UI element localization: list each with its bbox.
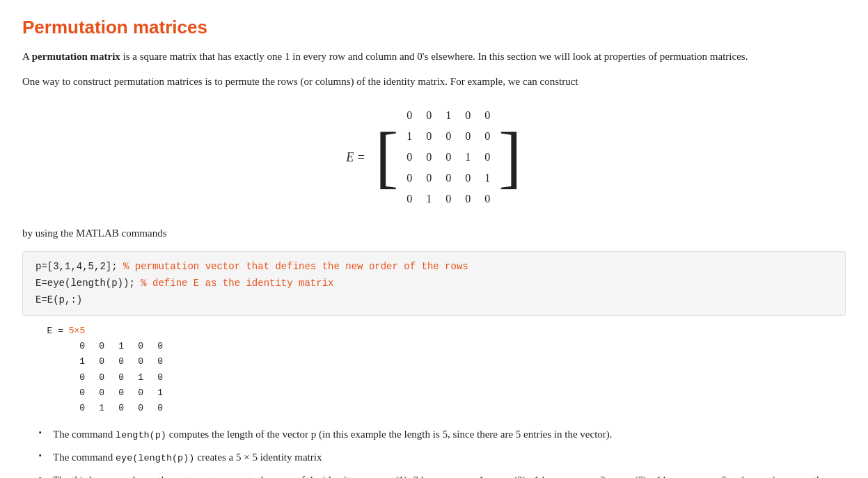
code-line: E=E(p,:) [35,292,833,309]
bracket-left: [ [375,102,398,212]
intro1-post: is a square matrix that has exactly one … [120,51,748,62]
code-line: p=[3,1,4,5,2]; % permutation vector that… [35,259,833,276]
output-matrix-cell: 0 [156,339,163,354]
code-comment: % define E as the identity matrix [135,278,334,289]
intro-paragraph-2: One way to construct permutation matrice… [22,73,846,90]
matrix-cell: 0 [419,172,439,184]
matrix-cell: 0 [478,193,497,205]
output-matrix-cell: 0 [136,354,143,369]
code-text: E=eye(length(p)); [35,278,135,289]
output-matrix-cell: 0 [117,370,124,385]
code-comment: % permutation vector that defines the ne… [118,261,468,272]
matrix-cell: 0 [458,193,478,205]
output-matrix-cell: 0 [97,370,104,385]
bullet-item-2: The command eye(length(p)) creates a 5 ×… [42,449,846,466]
output-matrix-cell: 0 [136,339,143,354]
matrix-display: E = [ 0010010000000100000101000 ] [22,102,846,212]
matlab-output: E = 5×5 0010010000000100000101000 [22,326,846,415]
matrix-cell: 0 [419,109,439,122]
matrix-cell: 0 [458,130,478,143]
matrix-equation: E = [ 0010010000000100000101000 ] [346,102,521,212]
output-matrix-cell: 1 [78,354,85,369]
output-matrix-cell: 0 [136,401,143,416]
matrix-cell: 1 [439,109,458,122]
output-matrix-cell: 0 [78,385,85,401]
code-text: p=[3,1,4,5,2]; [35,261,118,272]
bullet-item-3: The third command uses the vector p to p… [42,472,846,478]
output-matrix-cell: 0 [156,354,163,369]
matrix-cell: 0 [419,130,439,143]
code-line: E=eye(length(p)); % define E as the iden… [35,276,833,292]
matrix-cell: 0 [439,151,458,164]
output-matrix-row: 00100 [36,339,846,354]
output-matrix-cell: 0 [117,354,124,369]
output-header: E = 5×5 [36,326,846,336]
output-matrix-cell: 0 [136,385,143,401]
intro-paragraph-1: A permutation matrix is a square matrix … [22,48,846,65]
output-var: E = [36,326,69,336]
intro1-pre: A [22,51,32,62]
output-matrix-cell: 0 [156,370,163,385]
matrix-cell: 0 [458,109,478,122]
matrix-cell: 0 [400,172,419,184]
output-matrix-cell: 1 [117,339,124,354]
output-matrix-cell: 0 [97,339,104,354]
matrix-cell: 1 [478,172,497,184]
matrix-cell: 0 [419,151,439,164]
output-size: 5×5 [69,326,85,336]
code-text: E=E(p,:) [35,294,82,305]
matrix-grid: 0010010000000100000101000 [398,102,498,212]
output-matrix-cell: 0 [97,385,104,401]
matrix-cell: 1 [400,130,419,143]
matrix-cell: 1 [458,151,478,164]
matrix-cell: 0 [439,172,458,184]
output-matrix-row: 01000 [36,401,846,416]
output-matrix-cell: 0 [97,354,104,369]
matrix-bracket-wrap: [ 0010010000000100000101000 ] [375,102,522,212]
bullet-list: The command length(p) computes the lengt… [22,426,846,478]
code-block: p=[3,1,4,5,2]; % permutation vector that… [22,251,846,316]
matrix-cell: 0 [458,172,478,184]
intro1-bold: permutation matrix [32,51,120,62]
output-matrix-cell: 0 [78,370,85,385]
bracket-right: ] [498,102,521,212]
output-matrix-cell: 1 [136,370,143,385]
output-matrix-cell: 0 [78,339,85,354]
output-matrix-cell: 0 [117,401,124,416]
output-matrix-row: 00010 [36,370,846,385]
output-matrix: 0010010000000100000101000 [36,339,846,415]
matrix-cell: 0 [400,193,419,205]
matrix-cell: 0 [478,130,497,143]
bullet-item-1: The command length(p) computes the lengt… [42,426,846,443]
by-label: by using the MATLAB commands [22,225,846,241]
output-matrix-row: 00001 [36,385,846,401]
output-matrix-cell: 0 [78,401,85,416]
matrix-cell: 1 [419,193,439,205]
page-title: Permutation matrices [22,17,846,38]
matrix-cell: 0 [439,130,458,143]
matrix-cell: 0 [400,109,419,122]
matrix-label: E = [346,150,365,165]
output-matrix-cell: 0 [117,385,124,401]
matrix-cell: 0 [439,193,458,205]
matrix-cell: 0 [478,151,497,164]
matrix-cell: 0 [478,109,497,122]
output-matrix-row: 10000 [36,354,846,369]
output-matrix-cell: 0 [156,401,163,416]
output-matrix-cell: 1 [97,401,104,416]
output-matrix-cell: 1 [156,385,163,401]
matrix-cell: 0 [400,151,419,164]
